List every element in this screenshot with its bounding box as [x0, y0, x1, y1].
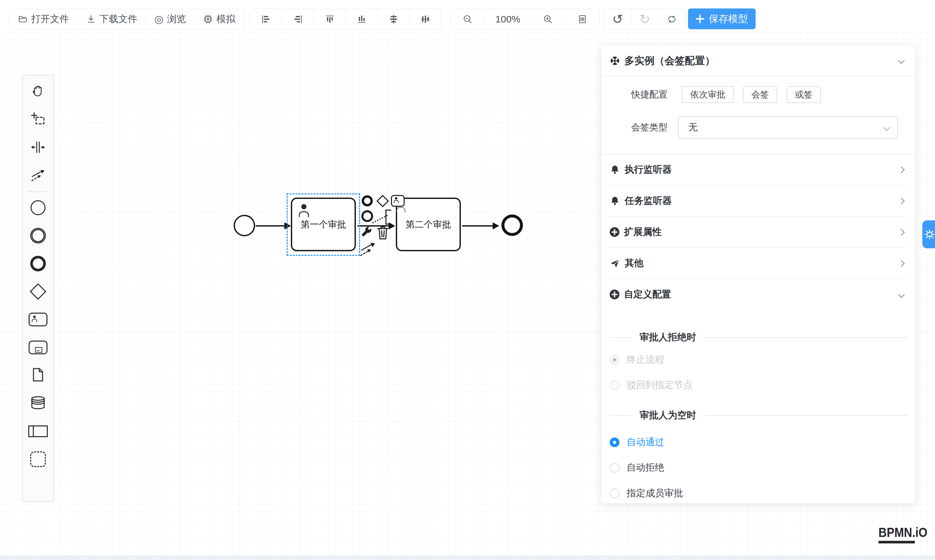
- quick-option-orsign[interactable]: 或签: [786, 86, 821, 103]
- align-bottom-button[interactable]: [346, 9, 377, 29]
- section-label: 其他: [624, 257, 643, 270]
- sequence-flow-1[interactable]: [256, 225, 285, 226]
- plus-circle-icon: [610, 227, 620, 237]
- align-center-vertical-button[interactable]: [409, 9, 441, 29]
- radio-disabled-icon: [610, 380, 620, 390]
- sequence-flow-3[interactable]: [462, 225, 493, 226]
- create-end-event[interactable]: [22, 249, 54, 278]
- create-intermediate-event[interactable]: [22, 222, 54, 249]
- radio-label: 指定成员审批: [627, 487, 683, 500]
- align-right-icon: [293, 14, 303, 24]
- zoom-out-icon: [463, 14, 473, 25]
- change-type-button[interactable]: [360, 226, 372, 238]
- quick-config-label: 快捷配置: [631, 88, 669, 101]
- fit-viewport-button[interactable]: [565, 9, 599, 29]
- align-left-button[interactable]: [250, 9, 282, 29]
- radio-assign-member[interactable]: 指定成员审批: [610, 488, 907, 498]
- radio-checked-icon: [610, 437, 620, 447]
- append-end-event-button[interactable]: [362, 195, 373, 206]
- radio-return-to-node: 驳回到指定节点: [610, 380, 907, 390]
- toolbar: 打开文件 下载文件 ◎ 浏览 模拟: [0, 0, 935, 32]
- create-data-store[interactable]: [22, 389, 54, 417]
- section-other[interactable]: 其他: [610, 248, 907, 278]
- simulate-button[interactable]: 模拟: [194, 9, 244, 29]
- create-subprocess[interactable]: [22, 334, 54, 362]
- gear-icon: [924, 229, 935, 240]
- radio-auto-pass[interactable]: 自动通过: [610, 437, 907, 448]
- logo-text: BPMN.iO: [878, 525, 927, 540]
- space-tool[interactable]: [22, 134, 54, 162]
- radio-auto-reject[interactable]: 自动拒绝: [610, 463, 907, 473]
- plus-icon: [696, 15, 704, 23]
- section-task-listener[interactable]: 任务监听器: [610, 186, 907, 216]
- lasso-tool[interactable]: [22, 106, 54, 134]
- start-event-icon: [31, 200, 46, 215]
- radio-unchecked-icon: [610, 489, 620, 498]
- create-participant[interactable]: [22, 417, 54, 445]
- browse-button[interactable]: ◎ 浏览: [146, 9, 194, 29]
- section-custom-config[interactable]: 自定义配置: [610, 279, 907, 310]
- section-label: 自定义配置: [624, 288, 671, 301]
- append-task-button[interactable]: [391, 195, 404, 207]
- save-model-button[interactable]: 保存模型: [688, 8, 756, 29]
- divider: [601, 76, 915, 76]
- chevron-down-icon: [898, 291, 905, 298]
- chevron-right-icon: [898, 260, 905, 266]
- append-text-annotation-button[interactable]: [386, 210, 391, 225]
- user-icon: [393, 197, 399, 203]
- align-bottom-icon: [357, 14, 367, 24]
- send-icon: [610, 258, 620, 268]
- create-data-object[interactable]: [22, 362, 54, 389]
- delete-button[interactable]: [376, 226, 389, 240]
- subsection-empty-title: 审批人为空时: [610, 411, 907, 420]
- sign-type-select[interactable]: 无: [678, 116, 898, 139]
- selection-outline: [287, 193, 360, 256]
- zoom-in-button[interactable]: [531, 9, 565, 29]
- download-file-button[interactable]: 下载文件: [77, 9, 146, 29]
- align-top-button[interactable]: [314, 9, 346, 29]
- bell-icon: [610, 165, 620, 175]
- quick-config-buttons: 依次审批 会签 或签: [682, 86, 821, 103]
- settings-toggle-tab[interactable]: [922, 220, 935, 248]
- create-start-event[interactable]: [22, 194, 54, 222]
- save-model-label: 保存模型: [709, 12, 748, 26]
- panel-header-multi-instance[interactable]: 多实例（会签配置）: [610, 46, 907, 76]
- redo-button[interactable]: ↻: [631, 9, 658, 29]
- align-center-horizontal-icon: [389, 14, 398, 24]
- simulate-label: 模拟: [217, 13, 235, 26]
- plus-circle-icon: [610, 289, 620, 299]
- radio-disabled-checked-icon: [610, 355, 620, 365]
- append-intermediate-event-button[interactable]: [361, 210, 373, 222]
- radio-label: 终止流程: [627, 353, 664, 366]
- align-center-horizontal-button[interactable]: [377, 9, 409, 29]
- create-group[interactable]: [22, 445, 54, 473]
- multi-instance-icon: [610, 55, 620, 66]
- bell-icon: [610, 196, 620, 206]
- trash-icon: [376, 226, 389, 240]
- undo-button[interactable]: ↺: [604, 9, 631, 29]
- end-event-shape[interactable]: [501, 214, 523, 236]
- create-gateway[interactable]: [22, 278, 54, 306]
- refresh-button[interactable]: [658, 9, 685, 29]
- space-tool-icon: [30, 139, 46, 156]
- sequence-flow-3-arrowhead: [493, 222, 499, 229]
- connect-tool-button[interactable]: [360, 240, 378, 257]
- zoom-out-button[interactable]: [451, 9, 485, 29]
- sign-type-label: 会签类型: [631, 121, 669, 134]
- chevron-right-icon: [898, 166, 905, 173]
- section-extended-properties[interactable]: 扩展属性: [610, 217, 907, 247]
- zoom-level-display[interactable]: 100%: [485, 9, 531, 29]
- subsection-reject-title: 审批人拒绝时: [610, 332, 907, 342]
- global-connect-tool[interactable]: [22, 162, 54, 190]
- quick-option-sequential[interactable]: 依次审批: [682, 86, 734, 103]
- preview-eye-icon: ◎: [154, 14, 163, 25]
- align-right-button[interactable]: [282, 9, 314, 29]
- quick-option-countersign[interactable]: 会签: [743, 86, 777, 103]
- open-file-button[interactable]: 打开文件: [9, 9, 77, 29]
- create-user-task[interactable]: [22, 306, 54, 334]
- file-tools-group: 打开文件 下载文件 ◎ 浏览 模拟: [9, 9, 244, 29]
- hand-tool[interactable]: [22, 78, 54, 106]
- start-event-shape[interactable]: [234, 215, 255, 236]
- section-execution-listener[interactable]: 执行监听器: [610, 154, 907, 185]
- bpmn-io-logo[interactable]: BPMN.iO: [878, 525, 934, 543]
